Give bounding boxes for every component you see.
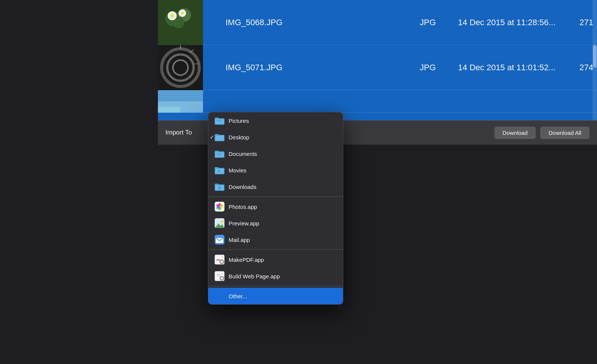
file-name: IMG_5068.JPG xyxy=(203,18,409,27)
menu-item-text-movies: Movies xyxy=(229,167,247,174)
svg-rect-30 xyxy=(217,155,221,156)
svg-point-70 xyxy=(221,277,223,280)
menu-item-movies[interactable]: Movies xyxy=(208,162,343,178)
svg-rect-61 xyxy=(220,261,221,262)
menu-item-buildwebpage[interactable]: Build Web Page.app xyxy=(208,268,343,284)
folder-pictures-icon xyxy=(214,116,225,125)
preview-app-icon xyxy=(214,219,225,227)
svg-rect-68 xyxy=(217,276,221,276)
menu-item-text-documents: Documents xyxy=(229,151,257,157)
separator-2 xyxy=(208,249,343,250)
menu-item-photos[interactable]: Photos.app xyxy=(208,198,343,215)
separator-1 xyxy=(208,196,343,197)
menu-item-text-makepdf: MakePDF.app xyxy=(229,257,264,263)
menu-item-downloads[interactable]: Downloads xyxy=(208,178,343,195)
menu-item-mail[interactable]: Mail.app xyxy=(208,231,343,248)
scrollbar-thumb[interactable] xyxy=(593,45,597,68)
svg-rect-60 xyxy=(221,263,222,264)
menu-item-text-preview: Preview.app xyxy=(229,220,259,227)
separator-3 xyxy=(208,286,343,286)
menu-item-text-downloads: Downloads xyxy=(229,184,256,190)
photos-app-icon xyxy=(214,202,225,211)
scrollbar[interactable] xyxy=(592,0,597,120)
menu-item-pictures[interactable]: Pictures xyxy=(208,112,343,129)
svg-rect-20 xyxy=(215,119,224,124)
buildwebpage-app-icon xyxy=(214,272,225,280)
makepdf-app-icon: PDF xyxy=(214,255,225,264)
svg-point-49 xyxy=(221,220,224,223)
table-row[interactable] xyxy=(158,90,597,113)
svg-rect-59 xyxy=(221,260,222,261)
menu-item-text-other: Other... xyxy=(229,293,247,299)
download-all-button[interactable]: Download All xyxy=(540,127,589,139)
menu-item-text-photos: Photos.app xyxy=(229,204,257,210)
thumbnail xyxy=(158,90,203,113)
svg-rect-29 xyxy=(217,153,223,154)
download-button[interactable]: Download xyxy=(494,127,536,139)
svg-rect-66 xyxy=(217,274,221,275)
svg-rect-74 xyxy=(223,278,224,279)
svg-rect-17 xyxy=(158,107,180,113)
file-type: JPG xyxy=(409,63,447,72)
import-to-dropdown: Pictures ✓ Desktop Documents xyxy=(208,112,343,305)
svg-rect-67 xyxy=(217,275,220,275)
svg-rect-25 xyxy=(215,136,224,140)
table-row[interactable]: IMG_5068.JPG JPG 14 Dec 2015 at 11:28:56… xyxy=(158,0,597,45)
svg-rect-22 xyxy=(219,120,221,121)
menu-item-text-desktop: Desktop xyxy=(229,134,249,140)
menu-item-other[interactable]: Other... xyxy=(208,288,343,304)
folder-documents-icon xyxy=(214,150,225,158)
table-row[interactable]: IMG_5071.JPG JPG 14 Dec 2015 at 11:01:52… xyxy=(158,45,597,90)
file-name: IMG_5071.JPG xyxy=(203,63,409,72)
thumbnail xyxy=(158,0,203,45)
svg-rect-21 xyxy=(216,120,218,121)
svg-rect-71 xyxy=(221,276,222,277)
svg-point-5 xyxy=(170,14,174,18)
folder-movies-icon xyxy=(214,166,225,174)
mail-app-icon xyxy=(214,236,225,244)
menu-item-text-buildwebpage: Build Web Page.app xyxy=(229,273,280,279)
menu-item-text-pictures: Pictures xyxy=(229,118,249,124)
folder-desktop-icon xyxy=(214,133,225,141)
menu-item-desktop[interactable]: ✓ Desktop xyxy=(208,129,343,145)
svg-point-7 xyxy=(181,12,184,15)
svg-rect-28 xyxy=(215,152,224,157)
thumbnail xyxy=(158,45,203,90)
file-type: JPG xyxy=(409,18,447,27)
other-icon xyxy=(214,292,225,300)
svg-text:PDF: PDF xyxy=(217,259,220,261)
checkmark-desktop: ✓ xyxy=(208,134,216,140)
file-date: 14 Dec 2015 at 11:28:56... xyxy=(447,18,567,27)
menu-item-text-mail: Mail.app xyxy=(229,237,250,243)
svg-rect-72 xyxy=(221,279,222,281)
svg-point-58 xyxy=(221,261,223,263)
svg-rect-8 xyxy=(158,45,203,90)
file-date: 14 Dec 2015 at 11:01:52... xyxy=(447,63,567,72)
menu-item-makepdf[interactable]: PDF MakePDF.app xyxy=(208,251,343,268)
svg-rect-73 xyxy=(220,278,221,279)
svg-rect-62 xyxy=(223,261,224,262)
menu-item-documents[interactable]: Documents xyxy=(208,145,343,162)
menu-item-preview[interactable]: Preview.app xyxy=(208,215,343,231)
import-to-label: Import To xyxy=(165,129,192,136)
folder-downloads-icon xyxy=(214,183,225,191)
file-list: IMG_5068.JPG JPG 14 Dec 2015 at 11:28:56… xyxy=(158,0,597,120)
